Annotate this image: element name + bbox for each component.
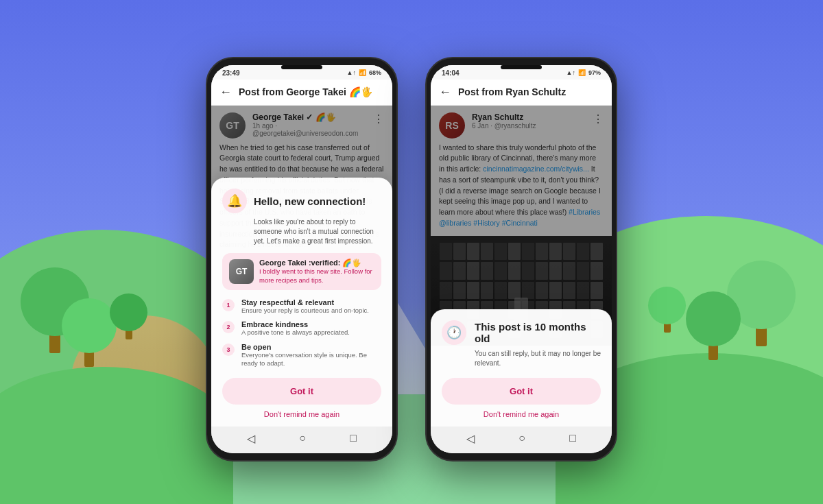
phone-2-got-it-button[interactable]: Got it [442,378,601,405]
phones-container: 23:49 ▲↑ 📶 68% ← Post from George Takei … [0,0,823,504]
rule-number-2: 2 [222,321,235,333]
phone-1-dont-remind-link[interactable]: Don't remind me again [222,410,381,418]
phone-1-wifi-icon: 📶 [359,69,366,76]
phone-2-header-title: Post from Ryan Schultz [458,86,604,97]
rule-desc-1: Ensure your reply is courteous and on-to… [241,307,369,315]
rule-number-1: 1 [222,299,235,311]
phone-1-back-button[interactable]: ← [219,85,232,99]
phone-1-modal-desc: Looks like you're about to reply to some… [222,217,381,246]
phone-1-signal-icon: ▲↑ [347,69,356,76]
phone-2-app-header: ← Post from Ryan Schultz [431,80,612,106]
phone-1: 23:49 ▲↑ 📶 68% ← Post from George Takei … [206,57,398,461]
rule-desc-3: Everyone's conversation style is unique.… [241,351,381,368]
phone-2-dont-remind-link[interactable]: Don't remind me again [442,410,601,418]
phone-1-profile-card-bio: I boldly went to this new site. Follow f… [259,267,374,285]
phone-1-modal-icon: 🔔 [222,189,247,213]
phone-2-nav-home-icon[interactable]: ○ [518,432,525,444]
phone-2-modal-icon: 🕐 [442,320,466,345]
phone-1-screen: 23:49 ▲↑ 📶 68% ← Post from George Takei … [211,65,392,453]
phone-2-modal-title: This post is 10 months old [475,321,601,344]
rule-number-3: 3 [222,344,235,356]
rule-content-3: Be open Everyone's conversation style is… [241,343,381,368]
phone-2-modal-desc: You can still reply, but it may no longe… [442,349,601,368]
phone-1-header-title: Post from George Takei 🌈🖐️ [239,86,384,97]
phone-2-modal-header: 🕐 This post is 10 months old [442,320,601,345]
phone-2-status-bar: 14:04 ▲↑ 📶 97% [431,65,612,80]
phone-1-modal-header: 🔔 Hello, new connection! [222,189,381,213]
rule-content-1: Stay respectful & relevant Ensure your r… [241,298,369,315]
phone-1-profile-card-info: George Takei :verified: 🌈🖐️ I boldly wen… [259,259,374,285]
phone-1-nav-home-icon[interactable]: ○ [299,432,306,444]
phone-2-status-right: ▲↑ 📶 97% [566,69,601,76]
phone-2-nav-recent-icon[interactable]: □ [569,432,576,444]
rule-item-2: 2 Embrace kindness A positive tone is al… [222,320,381,337]
phone-1-modal: 🔔 Hello, new connection! Looks like you'… [211,178,392,426]
phone-1-status-bar: 23:49 ▲↑ 📶 68% [211,65,392,80]
phone-2-wifi-icon: 📶 [578,69,586,76]
phone-2-nav-bar: ◁ ○ □ [431,427,612,453]
rule-item-3: 3 Be open Everyone's conversation style … [222,343,381,368]
phone-1-nav-bar: ◁ ○ □ [211,427,392,453]
phone-2-battery-text: 97% [588,69,601,76]
rule-content-2: Embrace kindness A positive tone is alwa… [241,320,350,337]
phone-2-post-area: RS Ryan Schultz 6 Jan · @ryanschultz ⋮ I… [431,106,612,427]
phone-1-got-it-button[interactable]: Got it [222,378,381,405]
phone-1-post-area: GT George Takei ✓ 🌈🖐️ 1h ago · @georgeta… [211,106,392,427]
phone-1-modal-title: Hello, new connection! [254,195,366,207]
rule-title-2: Embrace kindness [241,320,350,328]
rule-item-1: 1 Stay respectful & relevant Ensure your… [222,298,381,315]
phone-1-profile-card-name: George Takei :verified: 🌈🖐️ [259,259,374,267]
rule-title-1: Stay respectful & relevant [241,298,369,307]
phone-2-signal-icon: ▲↑ [566,69,575,76]
phone-1-rules-list: 1 Stay respectful & relevant Ensure your… [222,298,381,368]
rule-title-3: Be open [241,343,381,351]
phone-1-profile-card-avatar: GT [229,259,254,284]
phone-2-time: 14:04 [442,69,460,77]
phone-1-profile-card: GT George Takei :verified: 🌈🖐️ I boldly … [222,253,381,290]
phone-1-battery-text: 68% [369,69,381,76]
phone-1-app-header: ← Post from George Takei 🌈🖐️ [211,80,392,106]
phone-2: 14:04 ▲↑ 📶 97% ← Post from Ryan Schultz [425,57,617,461]
rule-desc-2: A positive tone is always appreciated. [241,328,350,337]
phone-2-modal: 🕐 This post is 10 months old You can sti… [431,309,612,427]
phone-2-nav-back-icon[interactable]: ◁ [466,432,475,445]
phone-2-back-button[interactable]: ← [439,85,451,99]
phone-1-nav-back-icon[interactable]: ◁ [247,432,255,445]
phone-1-nav-recent-icon[interactable]: □ [350,432,357,444]
phone-2-screen: 14:04 ▲↑ 📶 97% ← Post from Ryan Schultz [431,65,612,453]
phone-1-status-right: ▲↑ 📶 68% [347,69,381,76]
phone-1-time: 23:49 [222,69,240,77]
